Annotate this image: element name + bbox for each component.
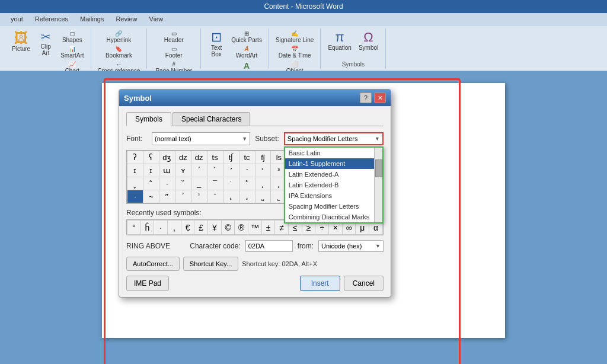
symbol-cell[interactable]: ˙ <box>223 177 239 190</box>
clip-art-button[interactable]: ✂ ClipArt <box>35 30 56 58</box>
symbol-cell[interactable]: ˘ <box>175 177 191 190</box>
symbol-cell[interactable]: ˬ <box>127 177 143 190</box>
symbol-cell[interactable]: ˽ <box>255 190 271 203</box>
page-number-icon: # <box>172 61 175 68</box>
dropdown-item-basic-latin[interactable]: Basic Latin <box>285 148 382 158</box>
wordart-button[interactable]: A WordArt <box>229 45 264 59</box>
symbol-cell[interactable]: ɯ <box>159 164 175 177</box>
symbol-cell[interactable]: ˚ <box>239 177 255 190</box>
recent-cell[interactable]: € <box>181 221 194 235</box>
quickparts-button[interactable]: ⊞ Quick Parts <box>229 30 264 44</box>
date-time-button[interactable]: 📅 Date & Time <box>274 45 316 59</box>
symbol-cell[interactable]: dz <box>191 151 207 164</box>
symbol-cell[interactable]: ˛ <box>255 177 271 190</box>
tab-references[interactable]: References <box>29 14 74 26</box>
subset-select[interactable]: Spacing Modifier Letters ▼ Basic Latin L… <box>284 132 384 145</box>
tab-view[interactable]: View <box>143 14 170 26</box>
title-bar: Content - Microsoft Word <box>0 0 607 13</box>
recent-cell[interactable]: £ <box>194 221 208 235</box>
illustrations-items: 🖼 Picture ✂ ClipArt ◻ Shapes 📊 SmartArt <box>9 30 86 75</box>
symbol-cell[interactable]: ˊ <box>191 164 207 177</box>
symbol-cell[interactable]: dz <box>175 151 191 164</box>
symbol-cell[interactable]: ˉ <box>207 190 223 203</box>
hyperlink-button[interactable]: 🔗 Hyperlink <box>96 30 142 44</box>
char-code-input[interactable] <box>245 240 293 252</box>
from-select[interactable]: Unicode (hex) ▼ <box>318 240 384 252</box>
autocorrect-button[interactable]: AutoCorrect... <box>126 257 180 271</box>
document-area: Symbol ? ✕ Symbols Special Characters F <box>0 71 607 364</box>
ribbon-group-symbols: π Equation Ω Symbol Symbols <box>321 28 386 69</box>
symbol-cell[interactable]: ˋ <box>207 164 223 177</box>
tab-symbols[interactable]: Symbols <box>126 112 171 126</box>
ribbon-group-signature: ✍ Signature Line 📅 Date & Time ⬜ Object … <box>269 28 321 69</box>
dropdown-scrollbar[interactable] <box>374 148 382 222</box>
symbol-cell[interactable]: ˄ <box>143 177 159 190</box>
header-button[interactable]: ▭ Header <box>154 30 194 44</box>
symbol-cell[interactable]: fĵ <box>255 151 271 164</box>
symbol-cell[interactable]: ˼ <box>239 190 255 203</box>
shortcut-key-button[interactable]: Shortcut Key... <box>183 257 238 271</box>
imepad-button[interactable]: IME Pad <box>126 276 169 291</box>
symbol-cell[interactable]: ˮ <box>159 190 175 203</box>
symbol-label: Symbol <box>359 44 378 51</box>
cancel-button[interactable]: Cancel <box>344 276 384 291</box>
symbol-cell[interactable]: ʔ <box>127 151 143 164</box>
tab-special-characters[interactable]: Special Characters <box>172 112 250 126</box>
symbol-cell[interactable]: ʕ <box>143 151 159 164</box>
symbol-button[interactable]: Ω Symbol <box>356 30 381 52</box>
subset-label: Subset: <box>255 135 279 143</box>
symbol-cell[interactable]: ʏ <box>175 164 191 177</box>
help-button[interactable]: ? <box>360 92 372 103</box>
symbol-cell[interactable]: ˈ <box>191 190 207 203</box>
dropdown-item-spacing[interactable]: Spacing Modifier Letters <box>285 201 382 212</box>
symbol-cell[interactable]: ʾ <box>175 190 191 203</box>
smartart-button[interactable]: 📊 SmartArt <box>59 45 85 59</box>
symbol-cell[interactable]: tc <box>239 151 255 164</box>
symbol-cell[interactable]: ~ <box>143 190 159 203</box>
footer-button[interactable]: ▭ Footer <box>154 45 194 59</box>
dropdown-item-latin-ext-b[interactable]: Latin Extended-B <box>285 180 382 190</box>
quickparts-icon: ⊞ <box>244 30 249 37</box>
tab-layout[interactable]: yout <box>5 14 29 26</box>
recent-cell[interactable]: ± <box>261 221 275 235</box>
symbols-group-label: Symbols <box>342 61 365 68</box>
shapes-button[interactable]: ◻ Shapes <box>59 30 85 44</box>
recent-cell[interactable]: ¥ <box>208 221 222 235</box>
equation-button[interactable]: π Equation <box>325 30 353 52</box>
symbol-cell-selected[interactable]: · <box>127 190 143 203</box>
recent-cell[interactable]: © <box>221 221 235 235</box>
tab-mailings[interactable]: Mailings <box>74 14 110 26</box>
symbol-cell[interactable]: ɪ <box>127 164 143 177</box>
signature-items: ✍ Signature Line 📅 Date & Time ⬜ Object <box>274 30 316 75</box>
font-select[interactable]: (normal text) ▼ <box>152 132 250 145</box>
signature-line-button[interactable]: ✍ Signature Line <box>274 30 316 44</box>
recent-cell[interactable]: ° <box>127 221 141 235</box>
symbol-cell[interactable]: ˑ <box>239 164 255 177</box>
dropdown-item-combining[interactable]: Combining Diacritical Marks <box>285 212 382 222</box>
dialog-title: Symbol <box>124 94 152 103</box>
symbol-cell[interactable]: ʼ <box>223 164 239 177</box>
recent-cell[interactable]: , <box>168 221 181 235</box>
symbol-cell[interactable]: ˗ <box>159 177 175 190</box>
textbox-button[interactable]: ⊡ TextBox <box>206 30 227 59</box>
recent-cell[interactable]: ĥ <box>140 221 154 235</box>
tab-review[interactable]: Review <box>110 14 143 26</box>
recent-cell[interactable]: ® <box>235 221 248 235</box>
symbol-cell[interactable]: dʒ <box>159 151 175 164</box>
dropdown-item-latin-ext-a[interactable]: Latin Extended-A <box>285 169 382 180</box>
symbol-cell[interactable]: ts <box>207 151 223 164</box>
picture-button[interactable]: 🖼 Picture <box>9 30 33 53</box>
close-dialog-button[interactable]: ✕ <box>374 92 386 103</box>
symbol-cell[interactable]: ¯ <box>207 177 223 190</box>
recent-cell[interactable]: ™ <box>248 221 262 235</box>
insert-button[interactable]: Insert <box>300 276 340 291</box>
symbol-cell[interactable]: ɪ <box>143 164 159 177</box>
dropdown-item-ipa[interactable]: IPA Extensions <box>285 190 382 201</box>
symbol-cell[interactable]: ˒ <box>255 164 271 177</box>
bookmark-button[interactable]: 🔖 Bookmark <box>96 45 142 59</box>
symbol-cell[interactable]: _ <box>191 177 207 190</box>
symbol-cell[interactable]: tʃ <box>223 151 239 164</box>
recent-cell[interactable]: · <box>154 221 168 235</box>
dropdown-item-latin1[interactable]: Latin-1 Supplement <box>285 158 382 169</box>
symbol-cell[interactable]: ˻ <box>223 190 239 203</box>
